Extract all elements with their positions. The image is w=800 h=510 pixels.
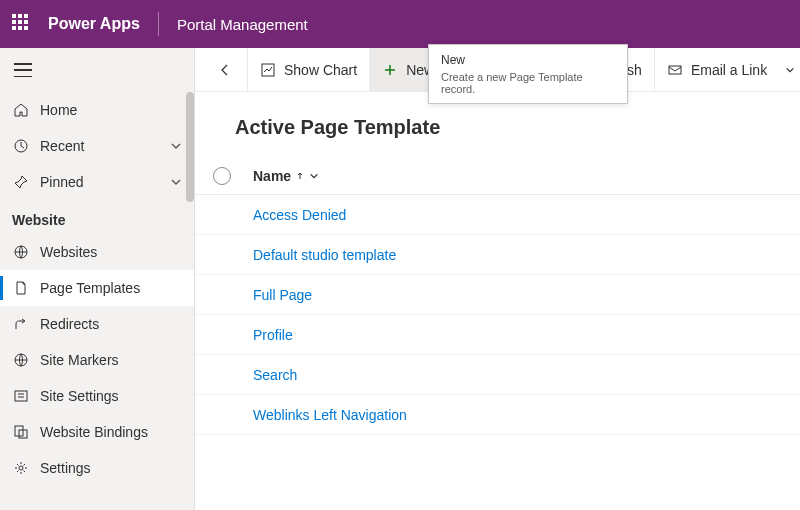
record-link[interactable]: Default studio template bbox=[253, 247, 396, 263]
settings-list-icon bbox=[12, 388, 30, 404]
nav-redirects[interactable]: Redirects bbox=[0, 306, 194, 342]
nav-label: Redirects bbox=[40, 316, 182, 332]
nav-site-settings[interactable]: Site Settings bbox=[0, 378, 194, 414]
plus-icon bbox=[382, 62, 398, 78]
chevron-down-icon bbox=[170, 176, 182, 188]
clock-icon bbox=[12, 138, 30, 154]
table-row: Profile bbox=[195, 315, 800, 355]
redirect-icon bbox=[12, 316, 30, 332]
email-link-button[interactable]: Email a Link bbox=[655, 48, 779, 92]
nav-home[interactable]: Home bbox=[0, 92, 194, 128]
globe-icon bbox=[12, 352, 30, 368]
nav-label: Websites bbox=[40, 244, 182, 260]
nav-websites[interactable]: Websites bbox=[0, 234, 194, 270]
nav-label: Site Markers bbox=[40, 352, 182, 368]
column-label: Name bbox=[253, 168, 291, 184]
chevron-down-icon bbox=[170, 140, 182, 152]
nav-page-templates[interactable]: Page Templates bbox=[0, 270, 194, 306]
table-row: Default studio template bbox=[195, 235, 800, 275]
table-row: Search bbox=[195, 355, 800, 395]
nav-pinned[interactable]: Pinned bbox=[0, 164, 194, 200]
binding-icon bbox=[12, 424, 30, 440]
select-all-checkbox[interactable] bbox=[213, 167, 231, 185]
svg-rect-3 bbox=[15, 391, 27, 401]
column-header-name[interactable]: Name bbox=[253, 168, 319, 184]
nav-label: Home bbox=[40, 102, 182, 118]
table-row: Access Denied bbox=[195, 195, 800, 235]
mail-icon bbox=[667, 62, 683, 78]
new-tooltip: New Create a new Page Template record. bbox=[428, 48, 628, 104]
main-area: Show Chart New Delete bbox=[195, 48, 800, 510]
pin-icon bbox=[12, 174, 30, 190]
tooltip-title: New bbox=[441, 53, 615, 67]
grid-header: Name bbox=[195, 157, 800, 195]
hamburger-button[interactable] bbox=[0, 48, 194, 92]
top-bar: Power Apps Portal Management bbox=[0, 0, 800, 48]
back-arrow-icon bbox=[217, 62, 233, 78]
gear-icon bbox=[12, 460, 30, 476]
show-chart-button[interactable]: Show Chart bbox=[248, 48, 370, 92]
nav-label: Recent bbox=[40, 138, 170, 154]
chevron-down-icon bbox=[785, 65, 795, 75]
nav-recent[interactable]: Recent bbox=[0, 128, 194, 164]
app-title: Portal Management bbox=[177, 16, 308, 33]
nav-section-website: Website bbox=[0, 200, 194, 234]
nav-settings[interactable]: Settings bbox=[0, 450, 194, 486]
tooltip-body: Create a new Page Template record. bbox=[441, 71, 615, 95]
sort-up-icon bbox=[295, 171, 305, 181]
record-link[interactable]: Search bbox=[253, 367, 297, 383]
grid-body: Access DeniedDefault studio templateFull… bbox=[195, 195, 800, 435]
nav-label: Page Templates bbox=[40, 280, 182, 296]
globe-icon bbox=[12, 244, 30, 260]
record-link[interactable]: Full Page bbox=[253, 287, 312, 303]
nav-site-markers[interactable]: Site Markers bbox=[0, 342, 194, 378]
email-split-button[interactable] bbox=[779, 48, 800, 92]
table-row: Weblinks Left Navigation bbox=[195, 395, 800, 435]
cmd-label: Email a Link bbox=[691, 62, 767, 78]
svg-rect-8 bbox=[669, 66, 681, 74]
table-row: Full Page bbox=[195, 275, 800, 315]
nav-label: Site Settings bbox=[40, 388, 182, 404]
divider bbox=[158, 12, 159, 36]
cmd-label: Show Chart bbox=[284, 62, 357, 78]
sidebar: Home Recent Pinned Website Websit bbox=[0, 48, 195, 510]
brand-label: Power Apps bbox=[48, 15, 140, 33]
nav-label: Pinned bbox=[40, 174, 170, 190]
chart-icon bbox=[260, 62, 276, 78]
home-icon bbox=[12, 102, 30, 118]
back-button[interactable] bbox=[203, 48, 248, 92]
svg-point-6 bbox=[19, 466, 23, 470]
nav-label: Website Bindings bbox=[40, 424, 182, 440]
app-launcher-icon[interactable] bbox=[12, 14, 32, 34]
record-link[interactable]: Profile bbox=[253, 327, 293, 343]
nav-label: Settings bbox=[40, 460, 182, 476]
record-link[interactable]: Access Denied bbox=[253, 207, 346, 223]
chevron-down-icon bbox=[309, 171, 319, 181]
scrollbar[interactable] bbox=[186, 48, 194, 510]
nav-website-bindings[interactable]: Website Bindings bbox=[0, 414, 194, 450]
record-link[interactable]: Weblinks Left Navigation bbox=[253, 407, 407, 423]
page-icon bbox=[12, 280, 30, 296]
